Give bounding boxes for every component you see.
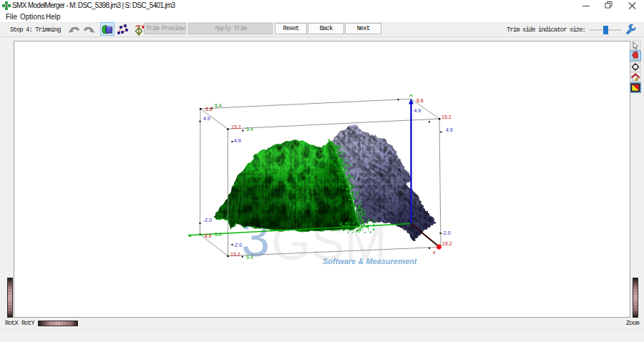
svg-text:8.6: 8.6 [205,233,212,238]
svg-text:5.4: 5.4 [215,232,222,237]
svg-text:5.4: 5.4 [215,103,222,108]
svg-text:-2.0: -2.0 [233,243,242,248]
svg-text:4.9: 4.9 [446,127,453,132]
svg-text:5.4: 5.4 [246,255,253,260]
svg-text:4.9: 4.9 [234,138,241,143]
svg-text:5.4: 5.4 [246,127,253,132]
svg-text:15.2: 15.2 [441,114,452,119]
svg-text:-2.0: -2.0 [203,218,212,223]
svg-text:4.9: 4.9 [203,116,210,121]
svg-text:15.2: 15.2 [442,241,452,246]
svg-text:4.9: 4.9 [414,108,421,113]
svg-text:8.6: 8.6 [205,107,213,112]
svg-text:-2.0: -2.0 [442,230,451,235]
svg-text:8.6: 8.6 [416,98,424,103]
svg-text:15.2: 15.2 [231,124,241,130]
svg-text:Software & Measurement: Software & Measurement [323,257,418,265]
svg-text:15.2: 15.2 [230,252,240,257]
svg-text:x: x [433,250,436,255]
